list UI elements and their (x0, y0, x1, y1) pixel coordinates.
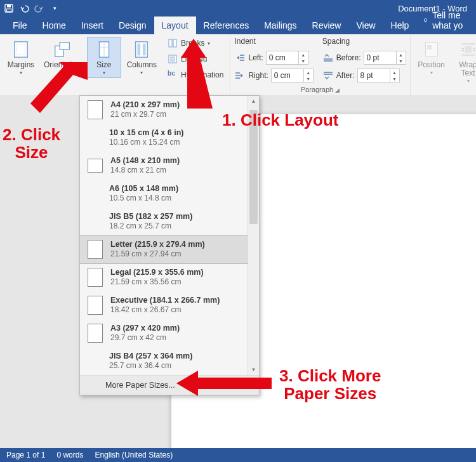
tab-file[interactable]: File (5, 16, 35, 34)
group-arrange: Position▾ Wrap Text▾ Bring Forwar (411, 34, 476, 95)
size-option-name: JIS B5 (182 x 257 mm) (109, 212, 192, 221)
svg-rect-17 (427, 45, 432, 50)
tab-design[interactable]: Design (111, 16, 154, 34)
undo-icon[interactable] (19, 3, 29, 13)
size-option-name: Executive (184.1 x 266.7 mm) (110, 296, 220, 305)
size-option-name: A3 (297 x 420 mm) (110, 324, 180, 333)
status-language[interactable]: English (United States) (95, 451, 173, 459)
paper-thumb-icon (88, 129, 102, 147)
size-dropdown-menu: A4 (210 x 297 mm)21 cm x 29.7 cm10 x 15 … (79, 95, 260, 395)
size-option-name: Letter (215.9 x 279.4 mm) (110, 240, 205, 249)
paper-thumb-icon (88, 296, 103, 315)
annotation-arrow-1 (175, 36, 225, 112)
dialog-launcher-icon[interactable]: ◢ (335, 87, 340, 93)
size-option-dimensions: 14.8 cm x 21 cm (110, 166, 180, 175)
svg-rect-13 (169, 39, 172, 47)
spacing-before-icon (322, 53, 334, 62)
size-option-name: A4 (210 x 297 mm) (110, 100, 180, 110)
annotation-arrow-2 (25, 60, 95, 130)
size-option[interactable]: Letter (215.9 x 279.4 mm)21.59 cm x 27.9… (80, 235, 259, 264)
tab-insert[interactable]: Insert (74, 16, 111, 34)
annotation-text-2: 2. Click Size (3, 126, 60, 161)
tab-home[interactable]: Home (35, 16, 74, 34)
size-option-dimensions: 18.2 cm x 25.7 cm (109, 221, 192, 231)
tab-review[interactable]: Review (305, 16, 349, 34)
paper-thumb-icon (88, 159, 103, 173)
indent-right-icon (234, 71, 246, 80)
spin-down-icon[interactable]: ▼ (304, 76, 313, 82)
margins-icon (11, 39, 31, 60)
scroll-up-icon[interactable]: ▲ (248, 96, 259, 107)
paper-thumb-icon (88, 240, 103, 259)
size-option-name: Legal (215.9 x 355.6 mm) (110, 268, 204, 277)
size-option[interactable]: A5 (148 x 210 mm)14.8 cm x 21 cm (80, 152, 259, 180)
tab-view[interactable]: View (348, 16, 383, 34)
svg-marker-22 (30, 62, 88, 113)
spin-up-icon[interactable]: ▲ (390, 69, 399, 76)
ribbon-tabs: File Home Insert Design Layout Reference… (0, 16, 476, 34)
size-option-dimensions: 21.59 cm x 27.94 cm (110, 249, 205, 259)
columns-button[interactable]: Columns ▾ (124, 37, 160, 78)
spacing-before-input[interactable]: 0 pt ▲▼ (364, 51, 406, 65)
spin-up-icon[interactable]: ▲ (397, 51, 406, 58)
svg-rect-5 (15, 42, 28, 57)
save-icon[interactable] (4, 3, 14, 13)
spin-down-icon[interactable]: ▼ (390, 76, 399, 82)
tab-layout[interactable]: Layout (154, 16, 196, 34)
indent-right-input[interactable]: 0 cm ▲▼ (271, 69, 314, 82)
size-option-dimensions: 10.16 cm x 15.24 cm (109, 138, 183, 147)
paper-thumb-icon (88, 324, 103, 343)
size-option-dimensions: 29.7 cm x 42 cm (110, 333, 180, 343)
svg-rect-12 (143, 44, 146, 56)
tab-mailings[interactable]: Mailings (256, 16, 304, 34)
spin-down-icon[interactable]: ▼ (397, 58, 406, 64)
svg-rect-1 (7, 5, 11, 8)
lightbulb-icon (423, 16, 428, 25)
size-list-scrollbar[interactable]: ▲ ▼ (248, 96, 259, 375)
position-button[interactable]: Position▾ (414, 37, 449, 78)
size-option-name: A6 (105 x 148 mm) (109, 184, 178, 194)
status-words[interactable]: 0 words (56, 451, 83, 459)
indent-left-icon (234, 53, 246, 62)
size-option[interactable]: Legal (215.9 x 355.6 mm)21.59 cm x 35.56… (80, 263, 259, 291)
qat-customize-icon[interactable]: ▾ (50, 3, 60, 13)
orientation-icon (52, 39, 72, 60)
title-bar: ▾ Document1 - Word (0, 0, 476, 16)
paper-thumb-icon (88, 352, 102, 370)
spin-up-icon[interactable]: ▲ (304, 69, 313, 76)
tab-references[interactable]: References (196, 16, 257, 34)
paper-thumb-icon (88, 268, 103, 287)
svg-point-3 (425, 18, 427, 21)
tab-help[interactable]: Help (383, 16, 417, 34)
annotation-text-3: 3. Click More Paper Sizes (279, 367, 381, 402)
size-option[interactable]: JIS B5 (182 x 257 mm)18.2 cm x 25.7 cm (80, 208, 259, 235)
size-option-name: JIS B4 (257 x 364 mm) (109, 352, 192, 361)
status-page[interactable]: Page 1 of 1 (6, 451, 45, 459)
size-option-dimensions: 10.5 cm x 14.8 cm (109, 194, 178, 203)
wrap-text-button[interactable]: Wrap Text▾ (451, 37, 476, 86)
spacing-after-input[interactable]: 8 pt ▲▼ (357, 69, 400, 82)
size-option[interactable]: A6 (105 x 148 mm)10.5 cm x 14.8 cm (80, 180, 259, 208)
group-label-paragraph: Paragraph (301, 86, 333, 93)
spacing-header: Spacing (322, 37, 406, 46)
tell-me-label: Tell me what yo (432, 10, 471, 30)
wrap-text-icon (458, 39, 476, 60)
spin-up-icon[interactable]: ▲ (299, 51, 308, 58)
tell-me-search[interactable]: Tell me what yo (423, 6, 471, 34)
group-paragraph: Indent Left: 0 cm ▲▼ Right: 0 cm (230, 34, 410, 95)
size-option-name: 10 x 15 cm (4 x 6 in) (109, 128, 183, 138)
svg-marker-21 (181, 39, 213, 109)
position-icon (421, 39, 442, 60)
window-title: Document1 - Word (60, 4, 472, 13)
size-list[interactable]: A4 (210 x 297 mm)21 cm x 29.7 cm10 x 15 … (80, 96, 259, 375)
indent-left-input[interactable]: 0 cm ▲▼ (266, 51, 308, 65)
svg-marker-23 (176, 371, 272, 396)
paper-thumb-icon (88, 185, 102, 202)
size-option-dimensions: 18.42 cm x 26.67 cm (110, 305, 220, 315)
size-option[interactable]: A3 (297 x 420 mm)29.7 cm x 42 cm (80, 319, 259, 347)
size-option[interactable]: Executive (184.1 x 266.7 mm)18.42 cm x 2… (80, 291, 259, 319)
spin-down-icon[interactable]: ▼ (299, 58, 308, 64)
chevron-down-icon: ▾ (20, 70, 22, 76)
svg-rect-8 (60, 43, 70, 50)
redo-icon[interactable] (34, 3, 44, 13)
